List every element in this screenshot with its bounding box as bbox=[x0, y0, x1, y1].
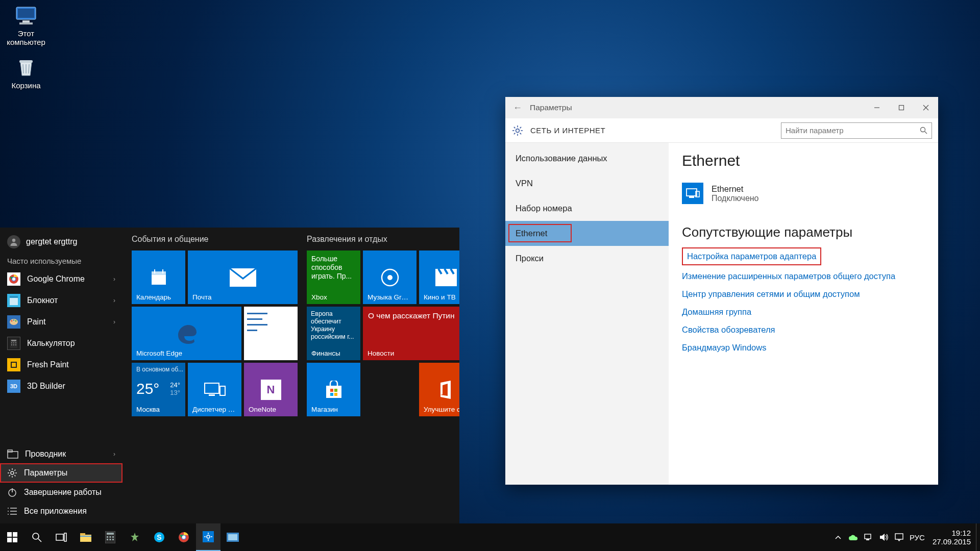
settings-search[interactable] bbox=[781, 122, 932, 139]
start-power[interactable]: Завершение работы bbox=[0, 483, 122, 502]
mail-icon bbox=[230, 268, 256, 287]
link-internet-options[interactable]: Свойства обозревателя bbox=[682, 321, 925, 339]
tile-movies[interactable]: Кино и ТВ bbox=[419, 251, 459, 304]
tray-network[interactable] bbox=[861, 523, 876, 551]
sidebar-item-vpn[interactable]: VPN bbox=[505, 171, 669, 196]
settings-header: СЕТЬ И ИНТЕРНЕТ bbox=[505, 118, 938, 143]
taskbar-app2[interactable] bbox=[220, 523, 245, 551]
gear-icon bbox=[7, 468, 17, 478]
svg-line-74 bbox=[514, 127, 516, 128]
tray-action-center[interactable] bbox=[892, 523, 907, 551]
start-user-name: gergtet ergttrg bbox=[26, 237, 78, 246]
desktop-icon-this-pc[interactable]: Этот компьютер bbox=[0, 5, 54, 46]
link-adapter-settings[interactable]: Настройка параметров адаптера bbox=[682, 247, 821, 265]
settings-sidebar: Использование данных VPN Набор номера Et… bbox=[505, 143, 669, 485]
tile-finance[interactable]: Европа обеспечит Украину российским г...… bbox=[307, 307, 360, 360]
svg-rect-66 bbox=[899, 106, 904, 110]
link-firewall[interactable]: Брандмауэр Windows bbox=[682, 339, 925, 357]
start-button[interactable] bbox=[0, 523, 24, 551]
maximize-button[interactable] bbox=[889, 97, 914, 118]
tile-preview[interactable]: ▬▬▬▬▬▬▬▬▬▬▬▬▬ bbox=[244, 307, 298, 360]
sidebar-item-dialup[interactable]: Набор номера bbox=[505, 196, 669, 221]
svg-point-8 bbox=[12, 278, 15, 281]
ethernet-connection[interactable]: EthernetПодключено bbox=[682, 183, 925, 204]
close-button[interactable] bbox=[914, 97, 938, 118]
svg-rect-17 bbox=[11, 342, 12, 343]
svg-point-5 bbox=[12, 239, 15, 242]
app-item-fresh-paint[interactable]: Fresh Paint bbox=[0, 354, 122, 375]
tray-volume[interactable] bbox=[876, 523, 892, 551]
tile-music[interactable]: Музыка Groo... bbox=[363, 251, 416, 304]
app-item-calculator[interactable]: Калькулятор bbox=[0, 333, 122, 354]
start-settings[interactable]: Параметры bbox=[0, 463, 122, 483]
taskbar-settings[interactable] bbox=[196, 523, 220, 551]
tile-mail[interactable]: Почта bbox=[188, 251, 298, 304]
gear-icon bbox=[511, 124, 524, 137]
svg-line-76 bbox=[514, 133, 516, 134]
taskbar-taskview[interactable] bbox=[49, 523, 74, 551]
tile-xbox[interactable]: Больше способов играть. Пр...Xbox bbox=[307, 251, 360, 304]
tile-weather[interactable]: В основном об... 25° 24°13° Москва bbox=[132, 363, 185, 416]
svg-rect-117 bbox=[866, 539, 869, 540]
app-item-paint[interactable]: Paint› bbox=[0, 311, 122, 333]
svg-line-79 bbox=[925, 132, 927, 134]
sidebar-item-ethernet[interactable]: Ethernet bbox=[505, 221, 669, 246]
svg-rect-86 bbox=[13, 538, 17, 542]
tile-calendar[interactable]: Календарь bbox=[132, 251, 185, 304]
volume-icon bbox=[879, 533, 888, 541]
calendar-icon bbox=[149, 267, 169, 288]
tile-office[interactable]: Улучшите св... bbox=[419, 363, 459, 416]
start-bottom-list: Проводник› Параметры Завершение работы В… bbox=[0, 445, 122, 523]
svg-rect-95 bbox=[107, 533, 114, 535]
link-advanced-sharing[interactable]: Изменение расширенных параметров общего … bbox=[682, 267, 925, 285]
taskbar-app[interactable] bbox=[122, 523, 147, 551]
svg-rect-22 bbox=[15, 344, 16, 345]
svg-line-35 bbox=[14, 470, 15, 471]
taskbar-skype[interactable]: S bbox=[147, 523, 172, 551]
search-input[interactable] bbox=[786, 126, 920, 135]
svg-rect-51 bbox=[220, 386, 225, 395]
app-item-chrome[interactable]: Google Chrome› bbox=[0, 268, 122, 290]
svg-rect-83 bbox=[7, 532, 12, 537]
tile-phone-companion[interactable]: Диспетчер те... bbox=[188, 363, 241, 416]
start-explorer[interactable]: Проводник› bbox=[0, 445, 122, 463]
back-button[interactable]: ← bbox=[505, 103, 530, 113]
link-homegroup[interactable]: Домашняя группа bbox=[682, 303, 925, 321]
svg-rect-60 bbox=[330, 389, 333, 392]
svg-rect-25 bbox=[8, 452, 18, 458]
svg-rect-101 bbox=[112, 539, 114, 540]
app-item-notepad[interactable]: Блокнот› bbox=[0, 290, 122, 311]
svg-rect-19 bbox=[15, 342, 16, 343]
svg-rect-3 bbox=[19, 22, 33, 24]
svg-point-107 bbox=[182, 536, 186, 539]
explorer-icon bbox=[7, 449, 18, 459]
window-titlebar[interactable]: ← Параметры bbox=[505, 97, 938, 118]
svg-rect-50 bbox=[209, 394, 215, 396]
taskbar-explorer[interactable] bbox=[74, 523, 98, 551]
sidebar-item-data-usage[interactable]: Использование данных bbox=[505, 146, 669, 171]
taskbar-calculator[interactable] bbox=[98, 523, 122, 551]
tile-edge[interactable]: Microsoft Edge bbox=[132, 307, 241, 360]
taskbar-search[interactable] bbox=[24, 523, 49, 551]
sidebar-item-proxy[interactable]: Прокси bbox=[505, 246, 669, 271]
tray-clock[interactable]: 19:1227.09.2015 bbox=[927, 529, 976, 546]
start-all-apps[interactable]: Все приложения bbox=[0, 502, 122, 520]
app-item-3d-builder[interactable]: 3D3D Builder bbox=[0, 375, 122, 397]
svg-point-13 bbox=[13, 319, 15, 321]
related-settings-title: Сопутствующие параметры bbox=[682, 224, 925, 240]
tray-overflow[interactable] bbox=[830, 523, 846, 551]
taskbar-chrome[interactable] bbox=[172, 523, 196, 551]
desktop-icon-recycle-bin[interactable]: Корзина bbox=[0, 56, 54, 90]
devices-icon bbox=[204, 381, 226, 398]
search-icon bbox=[920, 127, 927, 134]
minimize-button[interactable] bbox=[865, 97, 889, 118]
tile-onenote[interactable]: NOneNote bbox=[244, 363, 298, 416]
tile-news[interactable]: О чем расскажет ПутинНовости bbox=[363, 307, 459, 360]
tile-store[interactable]: Магазин bbox=[307, 363, 360, 416]
tile-empty bbox=[363, 363, 416, 416]
tray-language[interactable]: РУС bbox=[907, 523, 927, 551]
link-network-center[interactable]: Центр управления сетями и общим доступом bbox=[682, 285, 925, 303]
start-user[interactable]: gergtet ergttrg bbox=[0, 228, 122, 254]
show-desktop-button[interactable] bbox=[976, 523, 980, 551]
tray-onedrive[interactable] bbox=[846, 523, 861, 551]
